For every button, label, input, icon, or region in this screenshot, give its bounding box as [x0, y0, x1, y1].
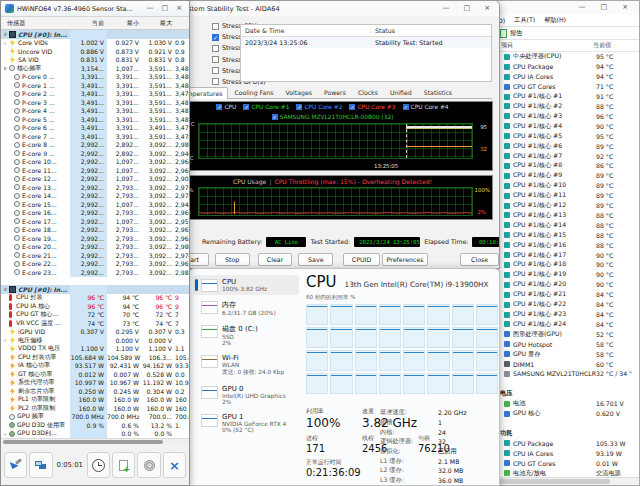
sensor-row[interactable]: GT 核心功率0.012 W0.007 W0.528 W0.0 — [1, 370, 189, 379]
sensor-row[interactable]: VDDQ TX 电压1.100 V1.100 V1.100 V1.1 — [1, 345, 189, 354]
sensor-row[interactable]: GPU 频率700.0 MHz700.0 MHz700.0...700.0 — [1, 413, 189, 422]
sensor-row[interactable]: 图形处理器(GPU)52 °C — [496, 329, 639, 339]
column-sensor[interactable]: 传感器 — [1, 19, 70, 28]
close-button[interactable]: Close — [460, 253, 499, 266]
tab-statistics[interactable]: Statistics — [418, 86, 458, 98]
logging-button[interactable] — [112, 452, 135, 478]
sensor-row[interactable]: CPU #1/核心 #2090 °C — [496, 280, 639, 290]
expand-icon[interactable]: › — [1, 337, 9, 343]
sensor-row[interactable]: ∨核心频率3,154...1,097...3,591...3,48 — [1, 64, 189, 73]
sidebar-item-gpu-0[interactable]: GPU 0Intel(R) UHD Graphics2% — [193, 382, 299, 408]
sensor-row[interactable]: Uncore VID0.886 V0.873 V0.921 V0.9 — [1, 47, 189, 56]
sensor-row[interactable]: E-core 21...2,992...2,793...3,092...2,97… — [1, 251, 189, 260]
sensor-row[interactable]: CPU GT Cores71 °C — [496, 82, 639, 92]
sensor-row[interactable]: CPU #1/核心 #792 °C — [496, 151, 639, 161]
column-current[interactable]: 当前 — [70, 19, 107, 28]
sidebar-item--[interactable]: 内存6.2/31.7 GB (20%) — [193, 297, 299, 319]
menu-item-help[interactable]: 帮助(H) — [544, 16, 566, 25]
remote-monitor-button[interactable] — [29, 452, 52, 478]
checkbox-icon[interactable] — [212, 56, 219, 63]
save-button[interactable]: Save — [298, 253, 333, 266]
cpuid-button[interactable]: CPUID — [343, 253, 380, 266]
sensor-row[interactable]: P-core 0 ...3,391...3,391...3,591...3,48… — [1, 73, 189, 82]
stability-test-titlebar[interactable]: System Stability Test - AIDA64 — □ × — [166, 1, 499, 16]
legend-item-disk[interactable]: ✓SAMSUNG MZVL21T0HCLR-00B00 (32) — [272, 114, 394, 120]
legend-item[interactable]: ✓CPU Core #1 — [243, 104, 289, 110]
sensor-group-row[interactable]: ∨CPU [#0]: In... — [1, 30, 189, 39]
sensor-row[interactable]: E-core 10...2,992...1,097...3,092...2,96… — [1, 158, 189, 167]
column-item[interactable]: 项目 — [496, 41, 593, 50]
preferences-button[interactable]: Preferences — [382, 253, 428, 266]
scrollbar-thumb[interactable] — [3, 440, 163, 444]
sensor-row[interactable]: CPU Package94 °C — [496, 62, 639, 72]
sensor-row[interactable]: PL1 功率限制160.0 W160.0 W160.0 W160 — [1, 396, 189, 405]
sensor-row[interactable]: P-core 4 ...3,491...3,391...3,591...3,48… — [1, 107, 189, 116]
log-column-datetime[interactable]: Date & Time — [241, 27, 371, 34]
sensor-row[interactable]: CPU GT 核心...72 ℃70 ℃72 ℃7 — [1, 311, 189, 320]
sensor-row[interactable]: CPU #1/核心 #1289 °C — [496, 201, 639, 211]
expand-icon[interactable]: › — [1, 40, 9, 46]
sensor-row[interactable]: CPU #1/核心 #1488 °C — [496, 220, 639, 230]
legend-item[interactable]: ✓CPU Core #3 — [349, 104, 395, 110]
sensor-row[interactable]: CPU #1/核心 #2384 °C — [496, 310, 639, 320]
sensor-row[interactable]: CPU #1/核心 #1189 °C — [496, 191, 639, 201]
sidebar-item-wi-fi[interactable]: Wi-FiWLAN发送: 0 接收: 24.0 Kbp — [193, 351, 299, 380]
sensor-row[interactable]: E-core 12...2,992...1,097...3,092...2,90… — [1, 175, 189, 184]
sensor-row[interactable]: VR VCC 温度 ...74 ℃73 ℃74 ℃7 — [1, 319, 189, 328]
sensor-row[interactable]: E-core 19...2,992...2,793...3,092...2,96… — [1, 234, 189, 243]
sensor-row[interactable]: CPU #1/核心 #2484 °C — [496, 319, 639, 329]
checkbox-icon[interactable]: ✓ — [349, 104, 355, 110]
sensor-row[interactable]: GPU D3D 使用率0.9 %0.6 %13.2 %1. — [1, 421, 189, 430]
sensor-row[interactable]: ›电压偏移0.000 V0.000 V — [1, 336, 189, 345]
legend-item[interactable]: ✓CPU Core #4 — [403, 104, 449, 110]
tab-unified[interactable]: Unified — [384, 86, 418, 98]
sensor-row[interactable]: P-core 1 ...3,491...3,391...3,591...3,48… — [1, 81, 189, 90]
sensor-row[interactable]: E-core 18...2,992...2,793...3,092...2,96… — [1, 226, 189, 235]
sensor-row[interactable]: CPU #1/核心 #1890 °C — [496, 260, 639, 270]
sensor-row[interactable]: E-core 22...2,992...2,793...3,092...2,96… — [1, 260, 189, 269]
sensor-row[interactable]: CPU IA 核心96 ℃94 ℃96 ℃9 — [1, 302, 189, 311]
expand-icon[interactable]: ∨ — [1, 65, 9, 71]
hwinfo-titlebar[interactable]: HWiNFO64 v7.36-4960 Sensor Sta... — □ × — [1, 1, 189, 17]
sensor-row[interactable]: ›GPU D3D利...0.0 %0.0 % — [1, 430, 189, 439]
sensor-section-row[interactable]: 电压 — [496, 389, 639, 399]
sensor-row[interactable]: CPU 封装功率105.684 W104.589 W106.3...105.4 — [1, 353, 189, 362]
sensor-row[interactable]: E-core 11...2,992...1,097...3,092...2,96… — [1, 166, 189, 175]
maximize-button[interactable]: □ — [159, 4, 172, 13]
sensor-row[interactable]: CPU #1/核心 #886 °C — [496, 161, 639, 171]
sensor-row[interactable]: E-core 20...2,992...2,793...3,092...2,98… — [1, 243, 189, 252]
horizontal-scrollbar[interactable] — [496, 477, 639, 485]
expand-icon[interactable]: › — [1, 431, 9, 437]
sidebar-item-gpu-1[interactable]: GPU 1NVIDIA GeForce RTX 40% (52 °C) — [193, 410, 299, 436]
horizontal-scrollbar[interactable] — [1, 438, 189, 445]
legend-item[interactable]: ✓CPU Core #2 — [296, 104, 342, 110]
checkbox-icon[interactable]: ✓ — [272, 114, 278, 120]
sensor-row[interactable]: CPU #1/核心 #595 °C — [496, 131, 639, 141]
sensor-row[interactable]: CPU #1/核心 #1688 °C — [496, 240, 639, 250]
clear-button[interactable]: Clear — [258, 253, 293, 266]
sensor-row[interactable]: P-core 6 ...3,491...3,391...3,491...3,47… — [1, 124, 189, 133]
report-button[interactable]: 报告 — [510, 29, 522, 38]
sensor-row[interactable]: E-core 14...2,992...2,793...3,092...2,97… — [1, 192, 189, 201]
stop-button[interactable]: Stop — [215, 253, 250, 266]
log-entry[interactable]: 2023/3/24 13:25:06 Stability Test: Start… — [241, 37, 491, 48]
sensor-row[interactable]: iGPU VID0.307 V0.295 V0.307 V0.3 — [1, 328, 189, 337]
sensor-row[interactable]: E-core 15...2,992...1,097...3,092...2,94… — [1, 200, 189, 209]
sensor-row[interactable]: CPU #1/核心 #2184 °C — [496, 290, 639, 300]
sensor-row[interactable]: CPU IA Cores94 °C — [496, 72, 639, 82]
sensor-row[interactable]: GPU 显存58 °C — [496, 349, 639, 359]
sensor-row[interactable]: P-core 7 ...3,491...3,391...3,591...3,47… — [1, 132, 189, 141]
tab-voltages[interactable]: Voltages — [280, 86, 318, 98]
sensor-row[interactable]: 电池16.701 V — [496, 399, 639, 409]
sensor-row[interactable]: P-core 2 ...3,491...3,391...3,591...3,47… — [1, 90, 189, 99]
sensor-row[interactable]: SAMSUNG MZVL21T0HCLR-0...32 °C / 34 ° — [496, 369, 639, 379]
minimize-button[interactable]: — — [144, 4, 157, 13]
maximize-button[interactable]: □ — [461, 4, 474, 13]
expand-icon[interactable]: ∨ — [1, 286, 9, 292]
checkbox-icon[interactable] — [212, 67, 219, 74]
settings-button[interactable] — [137, 452, 160, 478]
sensor-row[interactable]: E-core 8 ...2,992...2,892...3,092...2,98… — [1, 141, 189, 150]
sensor-group-row[interactable]: ∨CPU [#0]: In... — [1, 285, 189, 294]
sensor-section-row[interactable]: 功耗 — [496, 428, 639, 438]
sensor-row[interactable]: CPU GT Cores0.01 W — [496, 458, 639, 468]
